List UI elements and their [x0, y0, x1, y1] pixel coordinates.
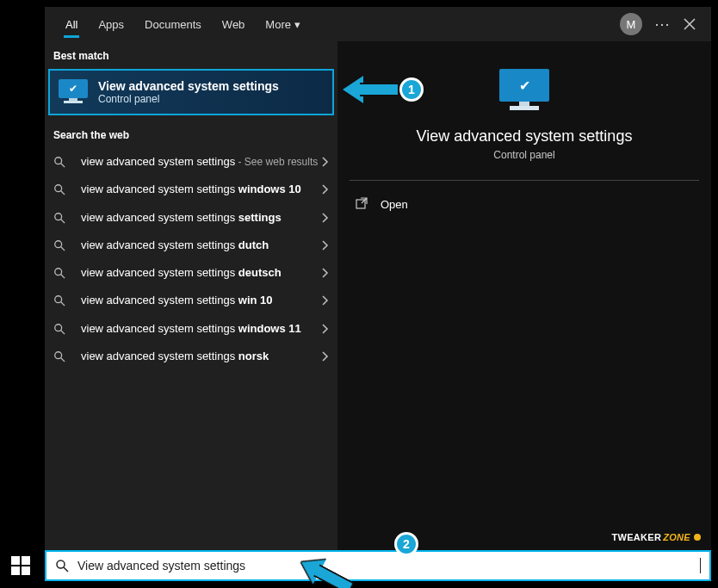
web-result[interactable]: view advanced system settings dutch	[45, 232, 337, 259]
chevron-right-icon[interactable]	[320, 350, 329, 362]
search-icon	[55, 559, 69, 573]
web-result[interactable]: view advanced system settings windows 11	[45, 315, 337, 343]
chevron-right-icon[interactable]	[320, 323, 329, 335]
web-result-text: view advanced system settings windows 10	[81, 183, 320, 196]
svg-line-5	[61, 219, 65, 222]
search-icon	[53, 294, 71, 306]
web-result[interactable]: view advanced system settings win 10	[45, 287, 337, 314]
preview-subtitle: Control panel	[350, 149, 699, 161]
open-action[interactable]: Open	[350, 181, 699, 227]
web-result-text: view advanced system settings windows 11	[81, 322, 320, 336]
chevron-right-icon[interactable]	[320, 239, 329, 251]
svg-line-1	[61, 164, 65, 167]
tab-documents[interactable]: Documents	[134, 11, 212, 38]
chevron-down-icon: ▾	[294, 18, 300, 31]
tab-all[interactable]: All	[55, 11, 88, 38]
svg-point-0	[55, 158, 62, 164]
search-icon	[53, 350, 71, 362]
text-cursor	[700, 558, 701, 573]
svg-line-18	[64, 567, 68, 572]
web-result-text: view advanced system settings norsk	[81, 350, 320, 363]
web-result-text: view advanced system settings - See web …	[81, 155, 320, 169]
open-external-icon	[355, 196, 370, 212]
web-result[interactable]: view advanced system settings - See web …	[45, 148, 337, 176]
results-panel: Best match ✔ View advanced system settin…	[45, 41, 337, 554]
svg-point-8	[55, 269, 62, 275]
web-result-text: view advanced system settings win 10	[81, 294, 320, 307]
svg-line-7	[61, 247, 65, 251]
web-result-text: view advanced system settings deutsch	[81, 266, 320, 280]
svg-point-6	[55, 241, 62, 248]
search-bar[interactable]	[45, 550, 711, 581]
tab-apps[interactable]: Apps	[88, 11, 134, 38]
best-match-item[interactable]: ✔ View advanced system settings Control …	[48, 69, 334, 115]
watermark: TWEAKERZONE	[612, 532, 701, 542]
svg-line-9	[61, 275, 65, 278]
best-match-subtitle: Control panel	[98, 93, 279, 105]
search-input[interactable]	[77, 559, 700, 573]
tab-web[interactable]: Web	[212, 11, 256, 38]
web-result-text: view advanced system settings settings	[81, 211, 320, 225]
windows-logo-icon	[11, 556, 30, 575]
svg-line-3	[61, 191, 65, 195]
start-button[interactable]	[3, 550, 38, 581]
web-result[interactable]: view advanced system settings deutsch	[45, 259, 337, 287]
close-button[interactable]	[678, 13, 701, 35]
chevron-right-icon[interactable]	[320, 212, 329, 224]
chevron-right-icon[interactable]	[320, 183, 329, 195]
best-match-title: View advanced system settings	[98, 79, 279, 93]
svg-point-14	[55, 352, 62, 359]
search-icon	[53, 212, 71, 224]
search-web-label: Search the web	[45, 121, 337, 148]
web-result-text: view advanced system settings dutch	[81, 238, 320, 252]
search-icon	[53, 239, 71, 251]
open-label: Open	[381, 198, 408, 211]
search-icon	[53, 267, 71, 279]
search-icon	[53, 183, 71, 195]
chevron-right-icon[interactable]	[320, 294, 329, 306]
best-match-label: Best match	[45, 41, 337, 69]
search-icon	[53, 323, 71, 335]
filter-tabs: All Apps Documents Web More▾ M ⋯	[45, 7, 711, 41]
chevron-right-icon[interactable]	[320, 267, 329, 279]
tab-more-label: More	[265, 18, 291, 31]
svg-line-13	[61, 330, 65, 333]
preview-panel: ✔ View advanced system settings Control …	[337, 41, 711, 554]
web-result[interactable]: view advanced system settings settings	[45, 204, 337, 232]
svg-point-4	[55, 213, 62, 220]
system-settings-icon: ✔	[59, 79, 88, 105]
close-icon	[684, 18, 696, 30]
web-result[interactable]: view advanced system settings windows 10	[45, 176, 337, 203]
svg-point-10	[55, 296, 62, 303]
search-window: All Apps Documents Web More▾ M ⋯ Best ma…	[45, 7, 711, 554]
svg-point-2	[55, 185, 62, 192]
more-options-button[interactable]: ⋯	[651, 13, 673, 35]
chevron-right-icon[interactable]	[320, 156, 329, 168]
tab-more[interactable]: More▾	[255, 11, 311, 38]
preview-system-settings-icon: ✔	[499, 69, 549, 114]
preview-title: View advanced system settings	[350, 127, 699, 145]
svg-point-12	[55, 324, 62, 331]
search-icon	[53, 156, 71, 168]
svg-line-15	[61, 358, 65, 362]
web-result[interactable]: view advanced system settings norsk	[45, 343, 337, 370]
user-avatar[interactable]: M	[620, 13, 642, 35]
svg-point-17	[57, 560, 65, 568]
svg-line-11	[61, 302, 65, 306]
